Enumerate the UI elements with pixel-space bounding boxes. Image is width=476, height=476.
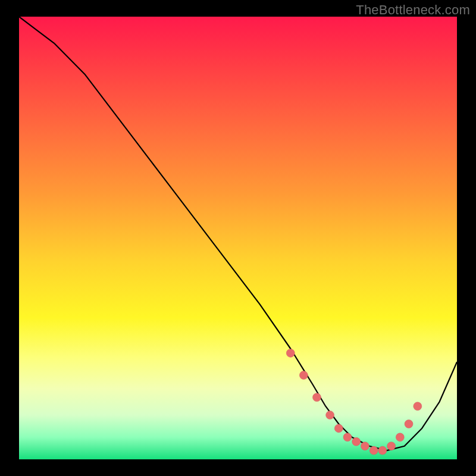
marker-group [286,349,422,455]
chart-svg [19,17,457,459]
marker-dot [299,371,308,380]
marker-dot [343,433,352,441]
bottleneck-curve [19,17,457,450]
marker-dot [396,433,404,441]
marker-dot [361,442,369,450]
marker-dot [334,424,343,433]
marker-dot [286,349,295,357]
marker-dot [313,393,321,402]
marker-dot [326,411,334,419]
watermark-text: TheBottleneck.com [356,2,470,18]
marker-dot [387,442,396,450]
plot-area [19,17,457,459]
marker-dot [369,446,378,455]
marker-dot [405,420,413,428]
marker-dot [378,446,387,455]
chart-frame: TheBottleneck.com [0,0,476,476]
marker-dot [414,402,422,411]
marker-dot [352,437,361,446]
